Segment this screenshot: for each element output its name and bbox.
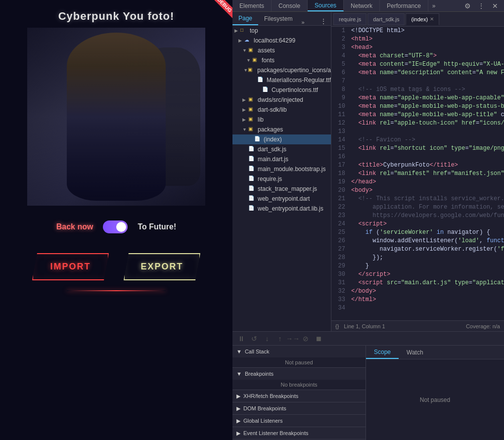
source-tab-dart-sdk[interactable]: dart_sdk.js [367,13,405,25]
tab-console[interactable]: Console [272,0,308,11]
code-line-29: 29 } [331,262,504,270]
tree-dart-sdk-js[interactable]: ▶ 📄 dart_sdk.js [232,144,331,154]
xhr-section: ▶ XHR/fetch Breakpoints [232,390,366,402]
code-line-32: 32</body> [331,287,504,296]
step-into-button[interactable]: ↓ [262,334,272,344]
coverage-status: Coverage: n/a [466,323,500,329]
decorative-line [67,290,166,291]
export-button[interactable]: EXPORT [124,253,200,280]
toggle-label-future: To Future! [137,222,176,231]
format-button[interactable]: {} [335,323,339,329]
dom-arrow: ▶ [236,405,240,412]
tree-web-entrypoint-lib[interactable]: ▶ 📄 web_entrypoint.dart.lib.js [232,204,331,214]
tree-web-entrypoint-dart[interactable]: ▶ 📄 web_entrypoint.dart [232,194,331,204]
code-line-22: 22 application. For more information, se… [331,203,504,212]
settings-icon[interactable]: ⚙ [462,1,472,11]
code-line-2: 2<html> [331,35,504,44]
tab-watch[interactable]: Watch [399,346,431,359]
toggle-label-back: Back now [56,222,93,231]
code-line-15: 15 <link rel="shortcut icon" type="image… [331,144,504,153]
dom-label: DOM Breakpoints [243,405,286,411]
call-stack-content: Not paused [232,357,366,367]
code-line-23: 23 https://developers.google.com/web/fun… [331,212,504,220]
toggle-switch[interactable] [103,220,128,233]
code-line-11: 11 <meta name="apple-mobile-web-app-titl… [331,111,504,119]
subtab-more[interactable]: » [298,19,307,25]
tab-sources[interactable]: Sources [308,0,344,11]
xhr-arrow: ▶ [236,393,240,399]
sources-tabs-bar: require.js dart_sdk.js (index) ✕ [331,12,504,27]
subtab-filesystem[interactable]: Filesystem [258,12,298,25]
devtools-panel: Elements Console Sources Network Perform… [232,0,504,440]
app-photo [27,28,205,206]
code-line-6: 6 <meta name="description" content="A ne… [331,69,504,77]
tree-main-dart-js[interactable]: ▶ 📄 main.dart.js [232,154,331,164]
import-button[interactable]: IMPORT [32,253,109,280]
code-editor[interactable]: 1<!DOCTYPE html>2<html>3<head>4 <meta ch… [331,27,504,320]
more-options-icon[interactable]: ⋮ [476,1,486,11]
tab-elements[interactable]: Elements [232,0,272,11]
stop-button[interactable]: ⏹ [314,334,323,344]
step-button[interactable]: →→ [288,334,298,344]
source-main: require.js dart_sdk.js (index) ✕ 1<!DOCT… [331,12,504,331]
toggle-row: Back now To Future! [56,220,177,233]
tab-more[interactable]: » [428,2,440,9]
tree-fonts[interactable]: ▼ ▣ fonts [232,55,331,65]
code-line-30: 30 </script> [331,270,504,279]
code-line-17: 17 <title>CyberpunkFoto</title> [331,161,504,170]
call-stack-arrow: ▼ [236,349,242,354]
tree-materialicons[interactable]: ▶ 📄 MaterialIcons-Regular.ttf [232,75,331,85]
devtools-topbar: Elements Console Sources Network Perform… [232,0,504,12]
event-listener-header[interactable]: ▶ Event Listener Breakpoints [232,427,366,439]
debugger-toolbar: ⏸ ↺ ↓ ↑ →→ ⊘ ⏹ [232,332,504,346]
tree-packages-cupertino[interactable]: ▼ ▣ packages/cupertino_icons/a [232,65,331,75]
global-arrow: ▶ [236,418,240,424]
status-bar: {} Line 1, Column 1 Coverage: n/a [331,320,504,331]
tree-lib[interactable]: ▶ ▣ lib [232,115,331,125]
tree-root[interactable]: ▶ □ top [232,26,331,36]
tree-packages[interactable]: ▼ ▣ packages [232,125,331,134]
tree-require-js[interactable]: ▶ 📄 require.js [232,174,331,184]
devtools-topbar-right: ⚙ ⋮ ✕ [462,1,504,11]
tree-assets[interactable]: ▼ ▣ assets [232,45,331,55]
xhr-header[interactable]: ▶ XHR/fetch Breakpoints [232,390,366,402]
tab-network[interactable]: Network [344,0,380,11]
call-stack-header[interactable]: ▼ Call Stack [232,346,366,357]
debugger-right: Scope Watch Not paused [366,346,504,440]
pause-button[interactable]: ⏸ [236,334,246,344]
breakpoints-content: No breakpoints [232,380,366,390]
code-line-19: 19</head> [331,178,504,186]
subtab-page[interactable]: Page [232,12,258,25]
step-over-button[interactable]: ↺ [249,334,259,344]
source-tab-index[interactable]: (index) ✕ [406,13,439,25]
tree-index[interactable]: ▶ 📄 (index) [232,134,331,144]
tree-dart-sdk[interactable]: ▶ ▣ dart-sdk/lib [232,105,331,115]
tab-performance[interactable]: Performance [380,0,428,11]
debug-badge: DEBUG [212,0,232,18]
code-line-24: 24 <script> [331,220,504,228]
code-line-31: 31 <script src="main.dart.js" type="appl… [331,279,504,287]
breakpoints-label: Breakpoints [245,371,274,377]
tree-stack-trace[interactable]: ▶ 📄 stack_trace_mapper.js [232,184,331,194]
dom-breakpoints-header[interactable]: ▶ DOM Breakpoints [232,402,366,414]
breakpoints-header[interactable]: ▼ Breakpoints [232,368,366,380]
toggle-knob [116,222,126,232]
step-out-button[interactable]: ↑ [275,334,285,344]
tree-main-module[interactable]: ▶ 📄 main_module.bootstrap.js [232,164,331,174]
global-listeners-header[interactable]: ▶ Global Listeners [232,415,366,427]
event-label: Event Listener Breakpoints [243,430,308,436]
source-tab-require[interactable]: require.js [333,13,367,25]
global-label: Global Listeners [243,418,283,424]
code-line-27: 27 navigator.serviceWorker.register('flu… [331,245,504,254]
code-line-8: 8 <!-- iOS meta tags & icons --> [331,86,504,94]
tree-cupertinoicons[interactable]: ▶ 📄 CupertinoIcons.ttf [232,85,331,95]
file-tree-menu[interactable]: ⋮ [316,17,331,25]
deactivate-breakpoints[interactable]: ⊘ [301,334,311,344]
scope-watch-tabs: Scope Watch [366,346,504,359]
close-icon[interactable]: ✕ [490,1,500,11]
source-tab-close[interactable]: ✕ [430,16,434,22]
tab-scope[interactable]: Scope [366,346,399,359]
photo-overlay [27,28,205,206]
tree-dwds[interactable]: ▶ ▣ dwds/src/injected [232,95,331,105]
tree-localhost[interactable]: ▶ ☁ localhost:64299 [232,36,331,45]
